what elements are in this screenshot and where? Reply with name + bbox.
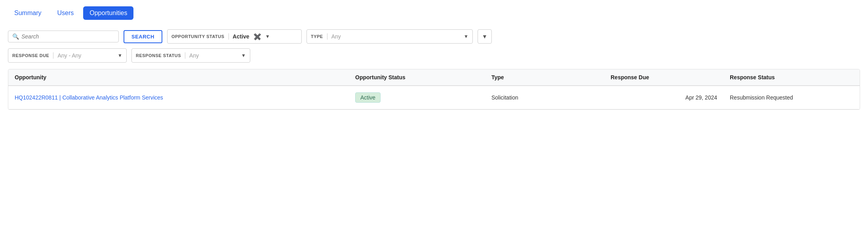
- filter-row-2: RESPONSE DUE Any - Any ▼ RESPONSE STATUS…: [8, 48, 860, 63]
- col-header-opportunity-status: Opportunity Status: [349, 69, 485, 86]
- response-due-value: Any - Any: [57, 52, 81, 59]
- type-divider: [327, 33, 327, 40]
- opportunity-cell: HQ102422R0811 | Collaborative Analytics …: [8, 86, 349, 109]
- response-due-chevron-icon[interactable]: ▼: [118, 53, 122, 58]
- col-header-response-status: Response Status: [723, 69, 860, 86]
- table-header: Opportunity Opportunity Status Type Resp…: [8, 69, 860, 86]
- response-status-cell: Resubmission Requested: [723, 86, 860, 109]
- type-value: Any: [331, 33, 341, 40]
- funnel-icon: ▼: [482, 33, 487, 40]
- results-table-wrap: Opportunity Opportunity Status Type Resp…: [8, 69, 860, 110]
- clear-opportunity-status-icon[interactable]: ✖️: [253, 33, 261, 40]
- table-body: HQ102422R0811 | Collaborative Analytics …: [8, 86, 860, 109]
- type-value-cell: Solicitation: [491, 94, 518, 101]
- col-header-opportunity: Opportunity: [8, 69, 349, 86]
- opportunity-status-chevron-icon[interactable]: ▼: [265, 34, 270, 39]
- type-label: TYPE: [311, 34, 323, 39]
- response-due-label: RESPONSE DUE: [12, 53, 49, 58]
- response-status-chevron-icon[interactable]: ▼: [241, 53, 246, 58]
- response-status-label: RESPONSE STATUS: [136, 53, 181, 58]
- opportunity-status-label: OPPORTUNITY STATUS: [171, 34, 225, 39]
- search-button[interactable]: SEARCH: [124, 30, 162, 43]
- tab-users[interactable]: Users: [51, 6, 80, 20]
- type-cell: Solicitation: [485, 86, 604, 109]
- opportunity-status-value: Active: [233, 33, 249, 40]
- tab-navigation: Summary Users Opportunities: [8, 6, 860, 20]
- divider: [228, 33, 229, 40]
- opportunity-link[interactable]: HQ102422R0811 | Collaborative Analytics …: [15, 94, 163, 101]
- page-container: Summary Users Opportunities 🔍 SEARCH OPP…: [0, 0, 868, 226]
- type-dropdown[interactable]: TYPE Any ▼: [306, 29, 473, 44]
- col-header-type: Type: [485, 69, 604, 86]
- filter-row-1: 🔍 SEARCH OPPORTUNITY STATUS Active ✖️ ▼ …: [8, 29, 860, 44]
- table-row: HQ102422R0811 | Collaborative Analytics …: [8, 86, 860, 109]
- results-table: Opportunity Opportunity Status Type Resp…: [8, 69, 860, 109]
- response-due-divider: [53, 52, 53, 59]
- response-status-dropdown[interactable]: RESPONSE STATUS Any ▼: [131, 48, 250, 63]
- response-status-value-cell: Resubmission Requested: [730, 94, 793, 101]
- search-box: 🔍: [8, 31, 119, 42]
- filter-icon-button[interactable]: ▼: [478, 29, 492, 44]
- search-input[interactable]: [21, 33, 114, 40]
- opportunity-status-cell: Active: [349, 86, 485, 109]
- col-header-response-due: Response Due: [604, 69, 723, 86]
- response-status-value: Any: [189, 52, 199, 59]
- status-badge: Active: [355, 92, 381, 103]
- search-icon: 🔍: [12, 33, 19, 40]
- opportunity-status-dropdown[interactable]: OPPORTUNITY STATUS Active ✖️ ▼: [167, 29, 302, 44]
- response-status-divider: [185, 52, 185, 59]
- response-due-dropdown[interactable]: RESPONSE DUE Any - Any ▼: [8, 48, 127, 63]
- tab-summary[interactable]: Summary: [8, 6, 48, 20]
- tab-opportunities[interactable]: Opportunities: [83, 6, 133, 20]
- response-due-cell: Apr 29, 2024: [604, 86, 723, 109]
- response-due-value-cell: Apr 29, 2024: [685, 94, 717, 101]
- type-chevron-icon[interactable]: ▼: [464, 34, 468, 39]
